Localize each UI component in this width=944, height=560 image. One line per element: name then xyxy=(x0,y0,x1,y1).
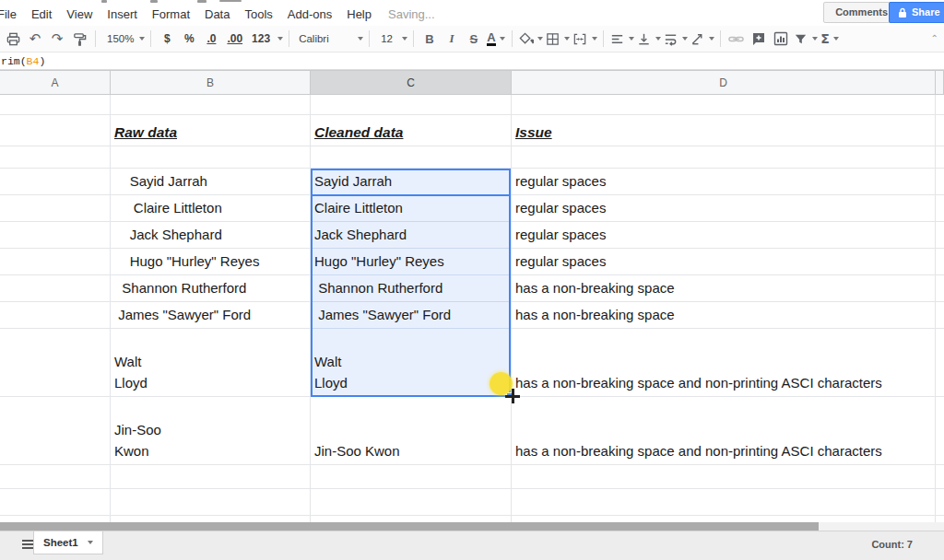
paint-format-button[interactable] xyxy=(69,28,89,50)
vertical-align-button[interactable] xyxy=(636,28,661,50)
cell[interactable]: Walt Lloyd xyxy=(111,329,311,397)
share-button[interactable]: Share xyxy=(889,2,944,23)
zoom-select[interactable]: 150% xyxy=(101,28,145,50)
format-currency-button[interactable]: $ xyxy=(157,28,177,50)
cell[interactable] xyxy=(0,95,111,115)
scrollbar-thumb[interactable] xyxy=(0,522,819,531)
italic-button[interactable]: I xyxy=(442,28,462,50)
number-format-menu[interactable]: 123 xyxy=(248,28,283,50)
cell-raw-data-header[interactable]: Raw data xyxy=(111,115,311,146)
text-rotation-button[interactable] xyxy=(690,28,714,50)
cell[interactable] xyxy=(936,222,944,249)
cell[interactable]: Jin-Soo Kwon xyxy=(311,397,512,465)
print-button[interactable] xyxy=(3,28,23,50)
cell[interactable]: regular spaces xyxy=(512,169,936,195)
horizontal-align-button[interactable] xyxy=(609,28,634,50)
redo-button[interactable]: ↷ xyxy=(47,28,67,50)
column-header-d[interactable]: D xyxy=(512,70,936,95)
cell[interactable] xyxy=(111,465,311,489)
cell[interactable]: Jin-Soo Kwon xyxy=(111,397,311,465)
cell[interactable] xyxy=(936,169,944,195)
column-header-b[interactable]: B xyxy=(111,70,311,95)
cell[interactable] xyxy=(936,489,944,516)
functions-button[interactable]: Σ xyxy=(820,28,840,50)
cell[interactable] xyxy=(311,146,512,169)
cell-cleaned-data-header[interactable]: Cleaned data xyxy=(311,115,512,146)
cell[interactable]: Claire Littleton xyxy=(311,195,512,222)
cell-issue-header[interactable]: Issue xyxy=(512,115,936,146)
cell[interactable] xyxy=(936,465,944,489)
cell[interactable] xyxy=(512,489,936,516)
formula-bar[interactable]: rim(B4) xyxy=(0,52,944,70)
cell[interactable] xyxy=(0,302,111,329)
cell[interactable]: Hugo "Hurley" Reyes xyxy=(111,249,311,275)
menu-file[interactable]: File xyxy=(0,5,24,24)
bold-button[interactable]: B xyxy=(419,28,440,50)
font-family-select[interactable]: Calibri xyxy=(295,28,363,50)
text-wrap-button[interactable] xyxy=(663,28,688,50)
menu-tools[interactable]: Tools xyxy=(237,5,279,24)
cell[interactable] xyxy=(512,95,936,115)
strikethrough-button[interactable]: S xyxy=(464,28,484,50)
cell[interactable] xyxy=(111,146,311,169)
status-count[interactable]: Count: 7 xyxy=(871,539,913,550)
collapse-toolbar-icon[interactable]: ⌃ xyxy=(931,33,938,43)
column-header-a[interactable]: A xyxy=(0,70,111,95)
cell[interactable] xyxy=(0,329,111,397)
cell[interactable] xyxy=(0,169,111,195)
decrease-decimal-button[interactable]: .0 xyxy=(201,28,221,50)
menu-insert[interactable]: Insert xyxy=(100,5,145,24)
merge-cells-button[interactable] xyxy=(572,28,597,50)
format-percent-button[interactable]: % xyxy=(179,28,199,50)
menu-view[interactable]: View xyxy=(59,5,100,24)
cell[interactable]: Shannon Rutherford xyxy=(311,275,512,302)
cell[interactable]: regular spaces xyxy=(512,222,936,249)
cell[interactable] xyxy=(0,465,111,489)
borders-button[interactable] xyxy=(545,28,570,50)
cell[interactable] xyxy=(111,489,311,516)
cell[interactable] xyxy=(936,329,944,397)
cell[interactable] xyxy=(0,115,111,146)
cell[interactable]: Hugo "Hurley" Reyes xyxy=(311,249,512,275)
font-size-select[interactable]: 12 xyxy=(375,28,407,50)
fill-handle[interactable] xyxy=(506,392,513,399)
column-header-e[interactable] xyxy=(936,70,944,95)
cell[interactable] xyxy=(936,249,944,275)
cell[interactable]: James "Sawyer" Ford xyxy=(311,302,512,329)
cell[interactable] xyxy=(0,275,111,302)
cell[interactable] xyxy=(936,115,944,146)
cell[interactable] xyxy=(311,489,512,516)
cell[interactable] xyxy=(111,95,311,115)
cell[interactable]: regular spaces xyxy=(512,195,936,222)
cell[interactable] xyxy=(936,397,944,465)
cell[interactable]: has a non-breaking space and non-printin… xyxy=(512,397,936,465)
cell[interactable] xyxy=(936,195,944,222)
increase-decimal-button[interactable]: .00 xyxy=(223,28,246,50)
cell[interactable] xyxy=(512,465,936,489)
cell[interactable] xyxy=(0,397,111,465)
cell[interactable]: Claire Littleton xyxy=(111,195,311,222)
cell[interactable]: Shannon Rutherford xyxy=(111,275,311,302)
cell[interactable]: Walt Lloyd xyxy=(311,329,512,397)
cell[interactable]: James "Sawyer" Ford xyxy=(111,302,311,329)
insert-comment-button[interactable] xyxy=(749,28,769,50)
cell[interactable]: has a non-breaking space and non-printin… xyxy=(512,329,936,397)
cell[interactable] xyxy=(0,489,111,516)
cell[interactable] xyxy=(936,146,944,169)
fill-color-button[interactable] xyxy=(518,28,543,50)
cell[interactable] xyxy=(311,95,512,115)
cell[interactable] xyxy=(936,275,944,302)
cell[interactable] xyxy=(311,465,512,489)
horizontal-scrollbar[interactable] xyxy=(0,522,944,531)
cell[interactable]: has a non-breaking space xyxy=(512,302,936,329)
filter-button[interactable] xyxy=(793,28,818,50)
insert-link-button[interactable] xyxy=(726,28,747,50)
menu-data[interactable]: Data xyxy=(197,5,237,24)
cell[interactable]: regular spaces xyxy=(512,249,936,275)
menu-help[interactable]: Help xyxy=(339,5,379,24)
text-color-button[interactable]: A xyxy=(486,28,506,50)
cell[interactable]: Jack Shephard xyxy=(111,222,311,249)
cell[interactable]: Sayid Jarrah xyxy=(111,169,311,195)
cell[interactable] xyxy=(0,146,111,169)
insert-chart-button[interactable] xyxy=(771,28,791,50)
